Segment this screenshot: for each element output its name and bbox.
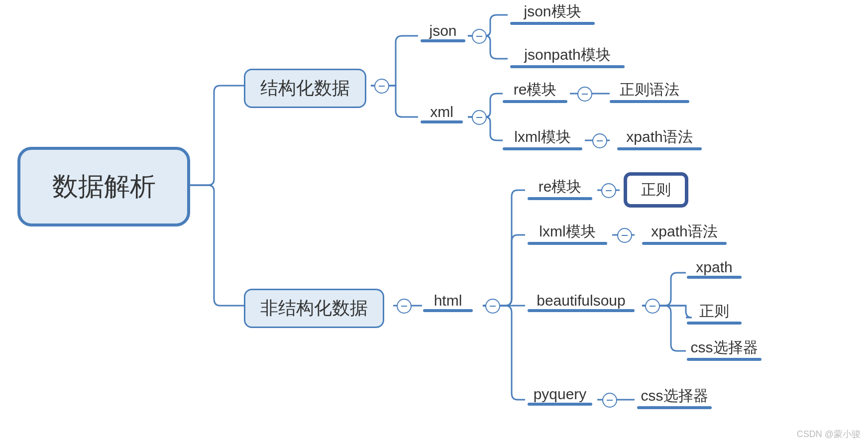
collapse-icon[interactable] bbox=[617, 228, 632, 243]
unstructured-label: 非结构化数据 bbox=[260, 296, 368, 321]
collapse-icon[interactable] bbox=[472, 29, 487, 44]
unstructured-data-node[interactable]: 非结构化数据 bbox=[244, 289, 384, 328]
collapse-icon[interactable] bbox=[485, 299, 500, 314]
bs-regex-node[interactable]: 正则 bbox=[687, 301, 742, 322]
pyquery-css-node[interactable]: css选择器 bbox=[637, 386, 712, 406]
collapse-icon[interactable] bbox=[645, 299, 660, 314]
bs-xpath-node[interactable]: xpath bbox=[687, 259, 742, 276]
root-label: 数据解析 bbox=[52, 169, 156, 204]
collapse-icon[interactable] bbox=[397, 299, 412, 314]
collapse-icon[interactable] bbox=[577, 87, 592, 102]
collapse-icon[interactable] bbox=[602, 393, 617, 408]
json-module-node[interactable]: json模块 bbox=[510, 1, 595, 22]
watermark-text: CSDN @蒙小骏 bbox=[797, 428, 861, 440]
regex-selected-node[interactable]: 正则 bbox=[624, 172, 688, 208]
bs-css-node[interactable]: css选择器 bbox=[687, 337, 761, 358]
structured-data-node[interactable]: 结构化数据 bbox=[244, 69, 366, 108]
jsonpath-module-node[interactable]: jsonpath模块 bbox=[510, 45, 625, 65]
structured-label: 结构化数据 bbox=[260, 76, 350, 101]
regex-syntax-node[interactable]: 正则语法 bbox=[610, 80, 689, 100]
root-node[interactable]: 数据解析 bbox=[17, 147, 190, 226]
xml-lxml-node[interactable]: lxml模块 bbox=[503, 127, 582, 147]
collapse-icon[interactable] bbox=[592, 133, 607, 148]
xml-node[interactable]: xml bbox=[423, 104, 460, 120]
json-node[interactable]: json bbox=[423, 22, 463, 39]
html-lxml-node[interactable]: lxml模块 bbox=[528, 222, 607, 242]
xml-re-node[interactable]: re模块 bbox=[503, 80, 567, 100]
collapse-icon[interactable] bbox=[472, 110, 487, 125]
html-xpath-syntax-node[interactable]: xpath语法 bbox=[642, 222, 727, 242]
html-node[interactable]: html bbox=[426, 292, 470, 309]
xpath-syntax-node[interactable]: xpath语法 bbox=[617, 127, 702, 147]
pyquery-node[interactable]: pyquery bbox=[528, 386, 592, 403]
collapse-icon[interactable] bbox=[374, 79, 389, 94]
html-re-node[interactable]: re模块 bbox=[528, 177, 592, 197]
collapse-icon[interactable] bbox=[601, 183, 616, 198]
beautifulsoup-node[interactable]: beautifulsoup bbox=[528, 292, 635, 309]
